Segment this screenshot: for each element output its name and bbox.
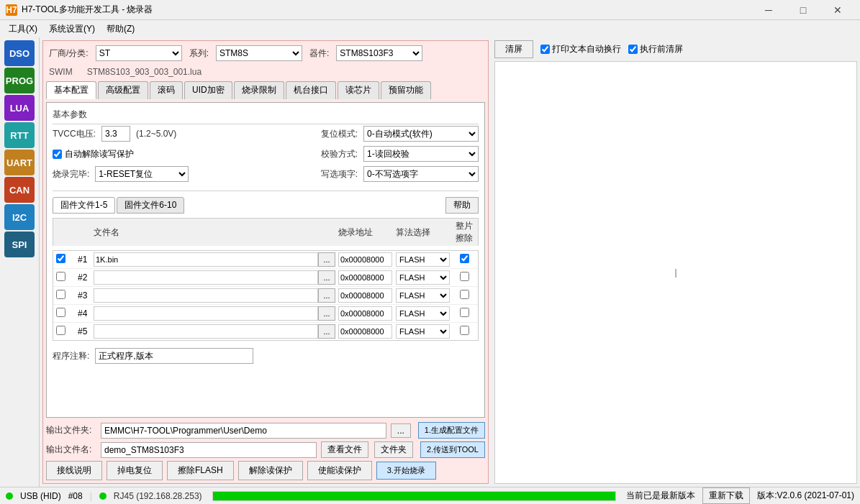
row4-num: #4 — [78, 308, 94, 319]
row1-check[interactable] — [56, 254, 65, 263]
tab-read-chip[interactable]: 读芯片 — [338, 81, 379, 99]
clear-before-label[interactable]: 执行前清屏 — [628, 43, 683, 55]
sidebar-item-spi[interactable]: SPI — [4, 232, 35, 257]
open-folder-btn[interactable]: 文件夹 — [374, 441, 413, 458]
sidebar-item-lua[interactable]: LUA — [4, 95, 35, 121]
burn-complete-select[interactable]: 1-RESET复位 — [95, 166, 189, 182]
row5-check[interactable] — [56, 326, 65, 335]
row4-addr-input[interactable] — [338, 306, 392, 321]
checksum-select[interactable]: 1-读回校验 — [363, 146, 479, 162]
tvcc-range: (1.2~5.0V) — [136, 129, 176, 139]
row4-erase-check[interactable] — [460, 308, 469, 317]
close-button[interactable]: ✕ — [821, 0, 854, 20]
row5-erase-check[interactable] — [460, 326, 469, 335]
sidebar-item-dso[interactable]: DSO — [4, 40, 35, 66]
checksum-label: 校验方式: — [321, 148, 358, 160]
refresh-btn[interactable]: 重新下载 — [702, 487, 750, 504]
file-tab-1-5[interactable]: 固件文件1-5 — [53, 197, 115, 214]
folder-input[interactable] — [101, 423, 386, 439]
menu-help[interactable]: 帮助(Z) — [101, 22, 140, 37]
row1-addr-input[interactable] — [338, 252, 392, 267]
row1-browse-btn[interactable]: ... — [318, 252, 335, 267]
device-select[interactable]: STM8S103F3 — [336, 45, 422, 61]
folder-label: 输出文件夹: — [46, 424, 96, 436]
row4-browse-btn[interactable]: ... — [318, 306, 335, 321]
tab-burn-limit[interactable]: 烧录限制 — [234, 81, 284, 99]
tab-advanced-config[interactable]: 高级配置 — [98, 81, 148, 99]
folder-browse-btn[interactable]: ... — [391, 423, 411, 438]
menu-settings[interactable]: 系统设置(Y) — [43, 22, 101, 37]
tab-reserved[interactable]: 预留功能 — [381, 81, 431, 99]
file-tabs-row: 固件文件1-5 固件文件6-10 帮助 — [53, 197, 479, 214]
row2-browse-btn[interactable]: ... — [318, 270, 335, 285]
sidebar-item-uart[interactable]: UART — [4, 150, 35, 175]
output-folder-row: 输出文件夹: ... 1.生成配置文件 — [46, 422, 485, 439]
print-auto-scroll-check[interactable] — [540, 45, 550, 54]
row5-num: #5 — [78, 326, 94, 336]
note-input[interactable] — [95, 348, 253, 364]
tvcc-label: TVCC电压: — [53, 128, 96, 140]
filename-input[interactable] — [101, 442, 317, 458]
tab-basic-config[interactable]: 基本配置 — [46, 81, 96, 99]
maximize-button[interactable]: □ — [787, 0, 820, 20]
wiring-btn[interactable]: 接线说明 — [46, 461, 102, 480]
row4-check[interactable] — [56, 308, 65, 317]
print-auto-scroll-label[interactable]: 打印文本自动换行 — [540, 43, 621, 55]
clear-screen-btn[interactable]: 清屏 — [494, 40, 533, 58]
row5-browse-btn[interactable]: ... — [318, 324, 335, 339]
sidebar-item-rtt[interactable]: RTT — [4, 122, 35, 148]
row2-algo-select[interactable]: FLASH — [396, 270, 450, 285]
row3-check[interactable] — [56, 290, 65, 299]
row2-erase-check[interactable] — [460, 272, 469, 281]
row4-file-input[interactable] — [94, 306, 318, 321]
send-to-tool-btn[interactable]: 2.传送到TOOL — [420, 441, 485, 458]
start-burn-btn[interactable]: 3.开始烧录 — [376, 462, 436, 480]
erase-flash-btn[interactable]: 擦除FLASH — [167, 461, 234, 480]
sidebar-item-can[interactable]: CAN — [4, 177, 35, 203]
row5-algo-select[interactable]: FLASH — [396, 324, 450, 339]
row3-erase-check[interactable] — [460, 290, 469, 299]
right-output-area: | — [494, 61, 857, 484]
help-button[interactable]: 帮助 — [445, 197, 479, 214]
series-select[interactable]: STM8S — [216, 45, 302, 61]
row3-browse-btn[interactable]: ... — [318, 288, 335, 303]
row1-algo-select[interactable]: FLASH — [396, 252, 450, 267]
row5-addr-input[interactable] — [338, 324, 392, 339]
write-option-select[interactable]: 0-不写选项字 — [363, 166, 479, 182]
sidebar-item-i2c[interactable]: I2C — [4, 204, 35, 230]
print-auto-scroll-text: 打印文本自动换行 — [552, 43, 621, 55]
row1-num: #1 — [78, 255, 94, 265]
row3-file-input[interactable] — [94, 288, 318, 303]
tab-uid-encrypt[interactable]: UID加密 — [184, 81, 232, 99]
view-file-btn[interactable]: 查看文件 — [321, 441, 368, 458]
enable-protect-btn[interactable]: 使能读保护 — [307, 461, 372, 480]
row3-algo-select[interactable]: FLASH — [396, 288, 450, 303]
tvcc-input[interactable] — [101, 126, 130, 142]
sidebar-item-prog[interactable]: PROG — [4, 68, 35, 93]
tab-machine-interface[interactable]: 机台接口 — [286, 81, 336, 99]
minimize-button[interactable]: ─ — [752, 0, 785, 20]
write-option-label: 写选项字: — [321, 168, 358, 180]
left-panel: 厂商/分类: ST 系列: STM8S 器件: STM8S103F3 SWIM … — [42, 40, 489, 484]
file-tab-6-10[interactable]: 固件文件6-10 — [117, 197, 184, 214]
usb-label: USB (HID) — [20, 491, 61, 501]
row1-erase-check[interactable] — [460, 254, 469, 263]
clear-before-check[interactable] — [628, 45, 638, 54]
row2-addr-input[interactable] — [338, 270, 392, 285]
row2-check[interactable] — [56, 272, 65, 281]
tab-content-basic: 基本参数 TVCC电压: (1.2~5.0V) 复位模式: 0-自动模式(软件) — [46, 102, 485, 418]
row4-algo-select[interactable]: FLASH — [396, 306, 450, 321]
remove-protect-btn[interactable]: 解除读保护 — [238, 461, 303, 480]
generate-config-btn[interactable]: 1.生成配置文件 — [418, 422, 485, 439]
reset-mode-select[interactable]: 0-自动模式(软件) — [363, 126, 479, 142]
row3-addr-input[interactable] — [338, 288, 392, 303]
tab-rolling-code[interactable]: 滚码 — [150, 81, 183, 99]
swim-row: SWIM STM8S103_903_003_001.lua — [46, 65, 485, 78]
row5-file-input[interactable] — [94, 324, 318, 339]
auto-unprotect-checkbox[interactable]: 自动解除读写保护 — [53, 148, 134, 160]
row1-file-input[interactable] — [94, 252, 318, 267]
row2-file-input[interactable] — [94, 270, 318, 285]
power-reset-btn[interactable]: 掉电复位 — [107, 461, 163, 480]
vendor-select[interactable]: ST — [96, 45, 182, 61]
menu-tools[interactable]: 工具(X) — [3, 22, 43, 37]
